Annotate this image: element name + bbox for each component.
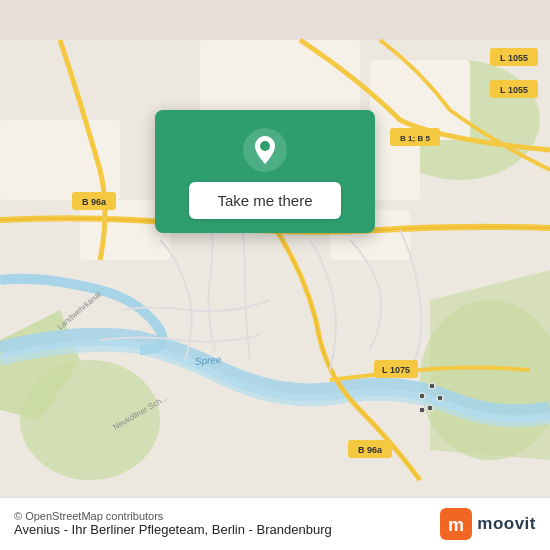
moovit-icon: m bbox=[440, 508, 472, 540]
svg-point-28 bbox=[429, 383, 435, 389]
svg-point-31 bbox=[419, 407, 425, 413]
map-container: B 96a B 96a B 1; B 5 L 1055 L 1055 L 107… bbox=[0, 0, 550, 550]
svg-text:L 1075: L 1075 bbox=[382, 365, 410, 375]
svg-text:m: m bbox=[448, 515, 464, 535]
map-background: B 96a B 96a B 1; B 5 L 1055 L 1055 L 107… bbox=[0, 0, 550, 550]
svg-text:L 1055: L 1055 bbox=[500, 85, 528, 95]
svg-marker-5 bbox=[430, 270, 550, 460]
location-info: © OpenStreetMap contributors Avenius - I… bbox=[14, 510, 332, 539]
svg-text:B 96a: B 96a bbox=[82, 197, 107, 207]
location-pin-icon bbox=[243, 128, 287, 172]
location-title: Avenius - Ihr Berliner Pflegeteam, Berli… bbox=[14, 522, 332, 537]
svg-text:B 96a: B 96a bbox=[358, 445, 383, 455]
popup-card: Take me there bbox=[155, 110, 375, 233]
svg-point-33 bbox=[260, 141, 270, 151]
svg-text:B 1; B 5: B 1; B 5 bbox=[400, 134, 430, 143]
svg-point-30 bbox=[427, 405, 433, 411]
bottom-bar: © OpenStreetMap contributors Avenius - I… bbox=[0, 497, 550, 550]
svg-text:L 1055: L 1055 bbox=[500, 53, 528, 63]
svg-point-27 bbox=[419, 393, 425, 399]
svg-point-29 bbox=[437, 395, 443, 401]
svg-text:Spree: Spree bbox=[194, 354, 222, 367]
take-me-there-button[interactable]: Take me there bbox=[189, 182, 340, 219]
map-attribution: © OpenStreetMap contributors bbox=[14, 510, 332, 522]
moovit-logo: m moovit bbox=[440, 508, 536, 540]
moovit-text: moovit bbox=[477, 514, 536, 534]
